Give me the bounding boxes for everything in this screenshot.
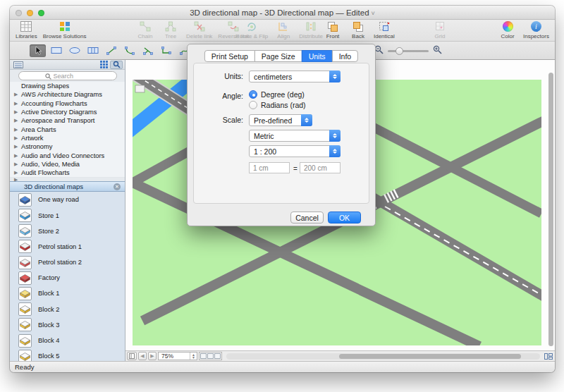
distribute-toolbar-button[interactable]: Distribute: [299, 20, 323, 39]
disclosure-triangle-icon[interactable]: ▶: [14, 144, 21, 149]
shape-list-item[interactable]: Petrol station 1: [10, 239, 125, 255]
library-list-item[interactable]: ▶Active Directory Diagrams: [10, 108, 125, 116]
library-list-item[interactable]: ▶Audit Flowcharts: [10, 169, 125, 177]
shape-list-item[interactable]: Factory: [10, 270, 125, 286]
smart-connector-tool[interactable]: [140, 44, 156, 57]
library-list-item[interactable]: ▶Accounting Flowcharts: [10, 99, 125, 108]
bridge-end-cap[interactable]: [135, 85, 145, 92]
zoom-window-button[interactable]: [38, 10, 44, 16]
radio-button[interactable]: [249, 90, 257, 99]
angle-option-radians[interactable]: Radians (rad): [249, 101, 306, 109]
disclosure-triangle-icon[interactable]: ▶: [14, 101, 21, 106]
tab-info[interactable]: Info: [332, 50, 359, 62]
page-button-1[interactable]: [200, 353, 207, 359]
grid-toolbar-button[interactable]: Grid: [430, 20, 450, 39]
shape-list-item[interactable]: Block 5: [10, 348, 125, 361]
close-library-icon[interactable]: ✕: [114, 183, 121, 190]
library-list-item[interactable]: ▶Astronomy: [10, 142, 125, 151]
direct-connector-tool[interactable]: [103, 44, 119, 57]
inspectors-toolbar-button[interactable]: iInspectors: [523, 20, 549, 39]
units-popup[interactable]: centimeters: [249, 71, 341, 82]
scale-from-field[interactable]: [249, 162, 290, 173]
identical-toolbar-button[interactable]: Identical: [374, 20, 395, 39]
disclosure-triangle-icon[interactable]: ▶: [14, 109, 21, 115]
shape-list-item[interactable]: Block 3: [10, 317, 125, 333]
page-button-2[interactable]: [207, 353, 214, 359]
library-list-item[interactable]: ▶Audio, Video, Media: [10, 160, 125, 169]
previous-page-button[interactable]: ◀: [138, 352, 147, 360]
vertical-scrollbar[interactable]: [548, 73, 553, 346]
disclosure-triangle-icon[interactable]: ▶: [14, 127, 21, 133]
library-list-item[interactable]: ▶AWS Architecture Diagrams: [10, 90, 125, 99]
angle-option-degree[interactable]: Degree (deg): [249, 90, 305, 99]
shape-list-item[interactable]: One way road: [10, 192, 125, 207]
align-toolbar-button[interactable]: Align: [274, 20, 293, 39]
ok-button[interactable]: OK: [328, 212, 361, 223]
radio-button[interactable]: [249, 101, 257, 109]
search-input[interactable]: [54, 73, 90, 80]
grid-view-icon[interactable]: [97, 61, 110, 69]
back-toolbar-button[interactable]: Back: [348, 20, 368, 39]
shape-list-item[interactable]: Block 4: [10, 333, 125, 348]
tab-print-setup[interactable]: Print Setup: [204, 50, 255, 62]
page-button-3[interactable]: [214, 353, 221, 359]
library-list-item[interactable]: ▶Aerospace and Transport: [10, 116, 125, 125]
disclosure-triangle-icon[interactable]: ▶: [14, 118, 21, 123]
rotate-flip-toolbar-button[interactable]: Rotate & Flip: [235, 20, 268, 39]
page-view-button[interactable]: [127, 352, 137, 360]
tree-toolbar-button[interactable]: Tree: [161, 20, 180, 39]
search-view-icon[interactable]: [110, 61, 123, 69]
toolbar-button-label: Delete link: [186, 33, 212, 39]
shape-list-item[interactable]: Block 1: [10, 286, 125, 301]
tab-page-size[interactable]: Page Size: [255, 50, 302, 62]
front-toolbar-button[interactable]: Front: [323, 20, 343, 39]
title-chevron-icon[interactable]: ˅: [372, 10, 375, 17]
shape-list-item[interactable]: Block 2: [10, 302, 125, 317]
next-page-button[interactable]: ▶: [148, 352, 157, 360]
library-list-item[interactable]: Drawing Shapes: [10, 82, 125, 90]
select-tool[interactable]: [30, 44, 46, 57]
arc-connector-tool[interactable]: [121, 44, 137, 57]
disclosure-triangle-icon[interactable]: ▶: [14, 153, 21, 159]
browse-solutions-toolbar-button[interactable]: Browse Solutions: [43, 20, 87, 39]
delete-link-toolbar-button[interactable]: Delete link: [186, 20, 212, 39]
scale-system-popup[interactable]: Metric: [249, 130, 341, 142]
frame-tool[interactable]: [85, 44, 101, 57]
panel-list-icon[interactable]: [12, 61, 25, 69]
rectangle-tool[interactable]: [48, 44, 64, 57]
color-toolbar-button[interactable]: Color: [498, 20, 517, 39]
close-button[interactable]: [16, 10, 22, 16]
disclosure-triangle-icon[interactable]: ▶: [14, 135, 21, 141]
chain-toolbar-button[interactable]: Chain: [135, 20, 155, 39]
shape-list-item[interactable]: Store 2: [10, 223, 125, 239]
scale-to-field[interactable]: [300, 162, 341, 173]
block-3-shape-icon: [18, 318, 32, 331]
scale-mode-popup[interactable]: Pre-defined: [249, 114, 312, 126]
active-library-header[interactable]: 3D directional maps ✕: [10, 181, 125, 192]
tab-units[interactable]: Units: [302, 50, 333, 62]
ellipse-tool[interactable]: [66, 44, 82, 57]
disclosure-triangle-icon[interactable]: ▶: [14, 92, 21, 97]
libraries-toolbar-button[interactable]: Libraries: [16, 20, 37, 39]
library-list-item[interactable]: ▶Area Charts: [10, 125, 125, 133]
title-bar[interactable]: 3D directional map - 3D Directional map …: [10, 6, 555, 20]
disclosure-triangle-icon[interactable]: ▶: [14, 161, 21, 167]
elbow-connector-tool[interactable]: [158, 44, 174, 57]
toolbar-button-label: Back: [352, 33, 364, 39]
cancel-button[interactable]: Cancel: [290, 212, 324, 223]
search-field[interactable]: [18, 71, 117, 80]
scale-ratio-popup[interactable]: 1 : 200: [249, 145, 341, 157]
zoom-slider-knob[interactable]: [396, 47, 403, 55]
disclosure-triangle-icon[interactable]: ▶: [14, 170, 21, 176]
shape-list-item[interactable]: Store 1: [10, 207, 125, 223]
library-list-item[interactable]: ▶Artwork: [10, 134, 125, 142]
horizontal-scrollbar-thumb[interactable]: [339, 354, 521, 359]
zoom-slider[interactable]: [388, 50, 429, 52]
minimize-button[interactable]: [27, 10, 33, 16]
zoom-stepper[interactable]: ▲▼: [190, 353, 197, 360]
horizontal-scrollbar[interactable]: [226, 353, 540, 360]
library-list-item[interactable]: ▶Audio and Video Connectors: [10, 151, 125, 159]
zoom-level-select[interactable]: 75% ▲▼: [158, 352, 197, 360]
shape-list-item[interactable]: Petrol station 2: [10, 255, 125, 270]
zoom-in-icon[interactable]: [433, 44, 442, 57]
